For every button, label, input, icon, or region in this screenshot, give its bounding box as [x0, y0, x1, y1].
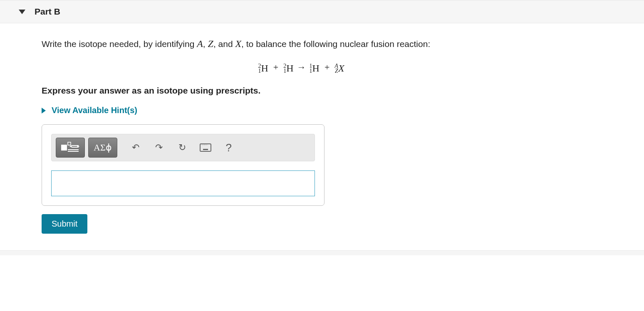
submit-button[interactable]: Submit	[42, 214, 87, 234]
prompt-comma-2: , and	[213, 39, 235, 49]
arrow-right-icon: →	[297, 62, 306, 73]
undo-button[interactable]: ↶	[126, 138, 146, 158]
greek-symbols-button[interactable]: ΑΣϕ	[88, 138, 117, 158]
svg-rect-0	[61, 145, 67, 151]
equation-term-3: 11H	[310, 62, 320, 73]
svg-rect-1	[68, 142, 71, 145]
help-button[interactable]: ?	[219, 138, 239, 158]
footer-divider	[0, 250, 644, 255]
prompt-text-pre: Write the isotope needed, by identifying	[42, 39, 197, 49]
view-hints-toggle[interactable]: View Available Hint(s)	[42, 106, 602, 115]
keyboard-icon	[200, 143, 211, 152]
answer-box: ΑΣϕ ↶ ↷ ↻ ?	[42, 124, 324, 206]
equation: 21H + 21H → 11H + AZX	[42, 61, 602, 73]
undo-icon: ↶	[132, 142, 139, 153]
keyboard-button[interactable]	[196, 138, 215, 158]
question-prompt: Write the isotope needed, by identifying…	[42, 38, 602, 49]
part-header[interactable]: Part B	[0, 0, 644, 23]
greek-symbols-label: ΑΣϕ	[94, 142, 112, 153]
prompt-var-Z: Z	[208, 38, 213, 49]
caret-down-icon	[19, 10, 25, 14]
redo-button[interactable]: ↷	[149, 138, 169, 158]
answer-input[interactable]	[51, 170, 315, 196]
redo-icon: ↷	[155, 142, 163, 153]
equation-term-1: 21H	[258, 62, 268, 73]
answer-instruction: Express your answer as an isotope using …	[42, 86, 602, 96]
part-content: Write the isotope needed, by identifying…	[0, 23, 602, 234]
reset-button[interactable]: ↻	[172, 138, 192, 158]
templates-button[interactable]	[56, 138, 85, 158]
plus-icon: +	[324, 62, 329, 73]
plus-icon: +	[273, 62, 278, 73]
equation-term-4: AZX	[334, 62, 344, 73]
prompt-var-A: A	[197, 38, 203, 49]
equation-term-2: 21H	[283, 62, 293, 73]
caret-right-icon	[42, 108, 46, 114]
templates-icon	[60, 141, 80, 154]
prompt-text-post: , to balance the following nuclear fusio…	[241, 39, 430, 49]
prompt-comma-1: ,	[203, 39, 208, 49]
help-icon: ?	[225, 141, 231, 154]
equation-toolbar: ΑΣϕ ↶ ↷ ↻ ?	[51, 134, 315, 161]
reset-icon: ↻	[178, 142, 186, 153]
prompt-var-X: X	[235, 38, 241, 49]
hints-label: View Available Hint(s)	[52, 106, 137, 115]
part-title: Part B	[35, 7, 60, 17]
